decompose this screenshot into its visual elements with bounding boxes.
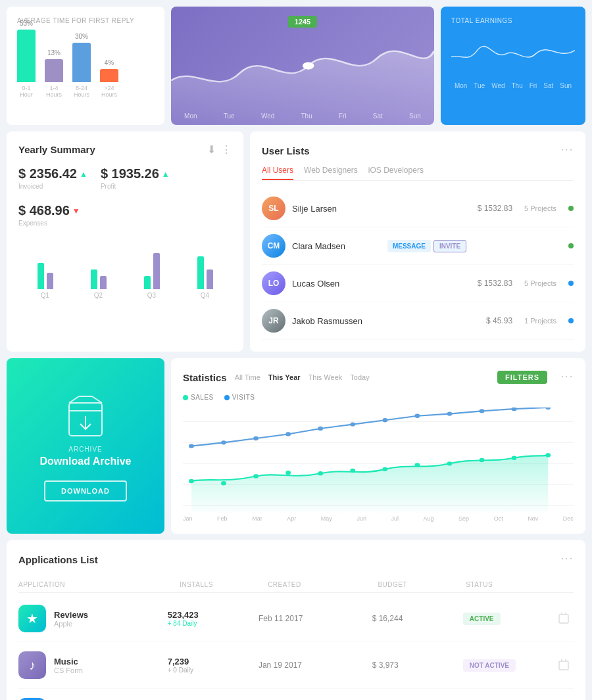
avg-time-card: AVERAGE TIME FOR FIRST REPLY 53% 0-1Hour…	[7, 7, 164, 125]
user-projects-3: 5 Projects	[524, 279, 556, 287]
svg-point-0	[303, 62, 314, 69]
svg-point-25	[221, 481, 226, 485]
avg-time-chart: 53% 0-1Hour 13% 1-4Hours 30% 8-24Hours 4…	[17, 32, 154, 98]
q3-bars	[144, 243, 160, 289]
q1-group: Q1	[37, 243, 53, 299]
invoiced-label: Invoiced	[18, 183, 87, 190]
download-icon[interactable]: ⬇	[207, 143, 216, 156]
reviews-symbol: ★	[26, 611, 38, 626]
stats-tab-alltime[interactable]: All Time	[235, 373, 260, 381]
legend-dot-sales	[183, 395, 188, 400]
svg-point-30	[382, 467, 387, 471]
invite-button[interactable]: INVITE	[433, 240, 466, 252]
svg-point-16	[318, 427, 323, 431]
bar-group-2: 13% 1-4Hours	[45, 49, 63, 98]
bar-group-4: 4% >24Hours	[100, 59, 118, 98]
user-status-2	[568, 243, 574, 248]
col-header-budget: BUDGET	[378, 581, 466, 588]
music-action[interactable]	[554, 659, 574, 672]
avatar-jakob: JR	[262, 309, 285, 333]
q1-bar-purple	[47, 273, 53, 289]
bar-x-2: 1-4Hours	[46, 85, 62, 98]
q4-bar-teal	[197, 256, 204, 289]
q4-group: Q4	[197, 243, 213, 299]
stats-tab-thisyear[interactable]: This Year	[268, 373, 301, 381]
more-icon[interactable]: ⋮	[221, 143, 232, 156]
q3-bar-teal	[144, 276, 151, 289]
svg-point-19	[415, 414, 420, 418]
q1-label: Q1	[41, 292, 49, 299]
user-status-3	[568, 281, 574, 286]
bar-2	[45, 59, 63, 82]
invoiced-arrow: ▲	[80, 170, 87, 179]
legend-visits: VISITS	[224, 394, 255, 401]
expenses-arrow: ▼	[72, 206, 80, 216]
earnings-chart	[451, 31, 575, 76]
stats-tab-thisweek[interactable]: This Week	[308, 373, 343, 381]
reviews-daily: + 84 Daily	[168, 620, 259, 627]
music-created: Jan 19 2017	[259, 661, 372, 670]
reviews-budget: $ 16,244	[372, 614, 463, 623]
download-button[interactable]: DOWNLOAD	[44, 480, 127, 502]
reviews-action[interactable]	[554, 612, 574, 626]
user-amount-1: $ 1532.83	[478, 204, 512, 213]
bar-x-3: 8-24Hours	[74, 85, 89, 98]
col-header-app: APPLICATION	[18, 581, 180, 588]
stats-tabs: All Time This Year This Week Today	[235, 373, 370, 381]
message-button[interactable]: MESSAGE	[387, 240, 431, 252]
user-status-4	[568, 318, 574, 323]
music-info: Music CS Form	[54, 657, 168, 674]
apps-table-header: APPLICATION INSTALLS CREATED BUDGET STAT…	[18, 577, 574, 593]
bar-group-1: 53% 0-1Hour	[17, 20, 36, 98]
reviews-name: Reviews	[54, 610, 168, 620]
user-list-more[interactable]: ⋮	[560, 144, 574, 157]
svg-point-15	[285, 432, 291, 436]
svg-rect-39	[559, 661, 568, 670]
earn-day-sun: Sun	[560, 82, 572, 89]
apps-more[interactable]: ⋮	[560, 553, 574, 566]
stats-more[interactable]: ⋮	[560, 371, 574, 384]
bar-3	[72, 43, 91, 82]
q1-bars	[37, 243, 53, 289]
svg-point-23	[545, 408, 551, 409]
earnings-title: TOTAL EARNINGS	[451, 17, 575, 24]
reviews-status-badge: ACTIVE	[463, 613, 501, 625]
wave-day-sun: Sun	[409, 112, 421, 120]
stats-header: Statistics All Time This Year This Week …	[183, 370, 574, 385]
user-name-1: Silje Larsen	[292, 204, 471, 214]
avg-time-title: AVERAGE TIME FOR FIRST REPLY	[17, 17, 154, 24]
tab-web-designers[interactable]: Web Designers	[304, 166, 358, 180]
tab-ios-developers[interactable]: iOS Developers	[368, 166, 424, 180]
music-installs: 7,239 + 0 Daily	[168, 657, 259, 674]
filters-button[interactable]: FILTERS	[497, 371, 547, 384]
svg-point-20	[447, 411, 453, 415]
statistics-card: Statistics All Time This Year This Week …	[171, 358, 585, 534]
user-name-4: Jakob Rasmussen	[292, 316, 480, 326]
bar-label-2: 13%	[47, 49, 61, 57]
earn-day-fri: Fri	[530, 82, 537, 89]
wave-day-thu: Thu	[301, 112, 312, 120]
app-icon-music: ♪	[18, 651, 46, 679]
q4-bar-purple	[207, 269, 213, 289]
q4-label: Q4	[201, 292, 209, 299]
apps-title: Applications List	[18, 554, 98, 565]
chart-months: Jan Feb Mar Apr May Jun Jul Aug Sep Oct …	[183, 515, 574, 522]
bar-x-1: 0-1Hour	[20, 85, 33, 98]
month-apr: Apr	[287, 515, 296, 522]
yearly-summary-card: Yearly Summary ⬇ ⋮ $ 2356.42 ▲ Invoiced …	[7, 131, 243, 352]
user-projects-1: 5 Projects	[524, 204, 556, 212]
q2-bars	[91, 243, 107, 289]
archive-label: ARCHIVE	[68, 446, 102, 453]
tab-all-users[interactable]: All Users	[262, 166, 293, 180]
bar-x-4: >24Hours	[101, 85, 117, 98]
svg-point-29	[350, 469, 355, 473]
svg-line-5	[92, 396, 102, 403]
svg-point-32	[447, 461, 453, 465]
music-company: CS Form	[54, 666, 168, 674]
apps-header: Applications List ⋮	[18, 552, 574, 567]
reviews-company: Apple	[54, 620, 168, 628]
wave-day-wed: Wed	[261, 112, 274, 120]
earnings-days: Mon Tue Wed Thu Fri Sat Sun	[451, 82, 575, 89]
stats-tab-today[interactable]: Today	[350, 373, 369, 381]
earn-day-tue: Tue	[474, 82, 485, 89]
